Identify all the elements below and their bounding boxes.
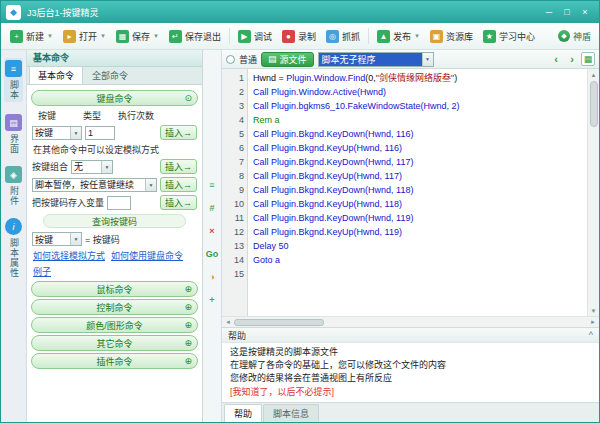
record-button[interactable]: ●录制: [277, 28, 321, 45]
code-line[interactable]: Call Plugin.bgkms6_10.FakeWindowState(Hw…: [253, 99, 587, 113]
maximize-button[interactable]: □: [558, 5, 576, 20]
plus-icon[interactable]: +: [209, 295, 214, 306]
brand[interactable]: ◆ 神盾: [558, 30, 595, 43]
code-line[interactable]: Rem a: [253, 113, 587, 127]
repeat-count-input[interactable]: [85, 126, 115, 140]
half-circle-icon[interactable]: ◑: [209, 272, 214, 283]
new-script-button[interactable]: +新建▼: [5, 28, 58, 45]
hash-icon[interactable]: #: [209, 203, 214, 214]
code-line[interactable]: Hwnd = Plugin.Window.Find(0,"剑侠情缘网络版叁"): [253, 71, 587, 85]
chevron-down-icon[interactable]: ▼: [70, 127, 81, 139]
save-button[interactable]: ▦保存▼: [111, 28, 164, 45]
minimize-button[interactable]: ─: [540, 5, 558, 20]
code-line[interactable]: Call Plugin.Bkgnd.KeyDown(Hwnd, 117): [253, 155, 587, 169]
rail-item-3[interactable]: i脚本属性: [5, 218, 22, 278]
code-line[interactable]: Goto a: [253, 253, 587, 267]
list-icon[interactable]: ≡: [209, 180, 214, 191]
expand-icon[interactable]: ⊕: [184, 338, 192, 348]
chevron-down-icon[interactable]: ▼: [101, 161, 112, 173]
publish-button[interactable]: ▲发布▼: [372, 28, 425, 45]
horizontal-scrollbar-thumb[interactable]: [234, 319, 324, 326]
debug-button[interactable]: ▶调试: [233, 28, 277, 45]
insert-pause-button[interactable]: 插入→: [160, 177, 197, 192]
chevron-down-icon[interactable]: ▼: [414, 33, 420, 39]
key-dropdown[interactable]: 按键▼: [32, 126, 82, 140]
collapse-chevron-icon[interactable]: ^: [589, 330, 593, 340]
resource-library-button[interactable]: ▣资源库: [425, 28, 478, 45]
horizontal-scrollbar[interactable]: ◄ ►: [222, 316, 599, 327]
link-example[interactable]: 例子: [33, 267, 51, 277]
chevron-down-icon[interactable]: ▼: [100, 33, 106, 39]
vertical-scrollbar[interactable]: ▲ ▼: [587, 69, 599, 316]
scroll-right-icon[interactable]: ►: [587, 319, 599, 325]
vertical-scrollbar-thumb[interactable]: [590, 81, 598, 127]
link-use-keyboard-commands[interactable]: 如何使用键盘命令: [111, 251, 183, 261]
code-line[interactable]: Call Plugin.Bkgnd.KeyDown(Hwnd, 116): [253, 127, 587, 141]
section-header-4[interactable]: 插件命令⊕: [31, 353, 198, 369]
bottom-tab-1[interactable]: 脚本信息: [263, 404, 319, 422]
open-file-button[interactable]: ▸打开▼: [58, 28, 111, 45]
code-line[interactable]: Call Plugin.Bkgnd.KeyUp(Hwnd, 116): [253, 141, 587, 155]
section-header-0[interactable]: 鼠标命令⊕: [31, 281, 198, 297]
rail-item-1[interactable]: ▤界面: [5, 114, 22, 154]
expand-icon[interactable]: ⊕: [184, 356, 192, 366]
section-header-3[interactable]: 其它命令⊕: [31, 335, 198, 351]
publish-icon: ▲: [377, 30, 390, 43]
close-button[interactable]: ×: [576, 5, 594, 20]
link-choose-simulation[interactable]: 如何选择模拟方式: [33, 251, 105, 261]
code-lines[interactable]: Hwnd = Plugin.Window.Find(0,"剑侠情缘网络版叁")C…: [248, 69, 587, 316]
chevron-down-icon[interactable]: ▼: [70, 233, 81, 245]
expand-icon[interactable]: ⊕: [184, 320, 192, 330]
chevron-down-icon[interactable]: ▼: [47, 33, 53, 39]
bottom-tab-0[interactable]: 帮助: [224, 404, 262, 422]
rail-item-0[interactable]: ≡脚本: [4, 58, 23, 102]
chevron-down-icon[interactable]: ▼: [145, 179, 156, 191]
delete-icon[interactable]: ×: [209, 226, 214, 237]
chevron-down-icon[interactable]: ▼: [153, 33, 159, 39]
nav-forward-button[interactable]: ›: [565, 52, 579, 66]
save-exit-button[interactable]: ↵保存退出: [164, 28, 226, 45]
tab-basic-commands[interactable]: 基本命令: [29, 66, 83, 84]
code-line[interactable]: Call Plugin.Window.Active(Hwnd): [253, 85, 587, 99]
code-line[interactable]: Delay 50: [253, 239, 587, 253]
code-editor[interactable]: 123456789101112131415 Hwnd = Plugin.Wind…: [222, 69, 599, 316]
code-line[interactable]: Call Plugin.Bkgnd.KeyUp(Hwnd, 117): [253, 169, 587, 183]
chevron-down-icon[interactable]: ▼: [422, 53, 433, 66]
insert-key-command-button[interactable]: 插入→: [160, 125, 197, 140]
section-header-1[interactable]: 控制命令⊕: [31, 299, 198, 315]
insert-store-button[interactable]: 插入→: [160, 195, 197, 210]
rail-item-2[interactable]: ◈附件: [5, 166, 22, 206]
scroll-left-icon[interactable]: ◄: [222, 319, 234, 325]
capture-button[interactable]: ◎抓抓: [321, 28, 365, 45]
code-line[interactable]: Call Plugin.Bkgnd.KeyUp(Hwnd, 118): [253, 197, 587, 211]
scroll-up-icon[interactable]: ▲: [588, 69, 599, 80]
code-line[interactable]: [253, 267, 587, 281]
save-exit-icon: ↵: [169, 30, 182, 43]
code-line[interactable]: Call Plugin.Bkgnd.KeyDown(Hwnd, 119): [253, 211, 587, 225]
key-combo-dropdown[interactable]: 无▼: [71, 160, 113, 174]
store-variable-input[interactable]: [107, 196, 131, 210]
go-icon[interactable]: Go: [206, 249, 219, 260]
normal-view-radio[interactable]: [226, 55, 235, 64]
source-view-button[interactable]: ▤ 源文件: [261, 52, 314, 67]
pause-dropdown[interactable]: 脚本暂停，按任意键继续▼: [32, 178, 157, 192]
grid-view-button[interactable]: ▦: [581, 52, 595, 66]
keyboard-section-header[interactable]: 键盘命令 ⊙: [31, 90, 198, 106]
insert-combo-button[interactable]: 插入→: [160, 159, 197, 174]
scroll-down-icon[interactable]: ▼: [588, 305, 599, 316]
learning-center-button[interactable]: ★学习中心: [478, 28, 540, 45]
query-key-dropdown[interactable]: 按键▼: [32, 232, 82, 246]
line-number: 14: [222, 253, 244, 267]
normal-view-label[interactable]: 普通: [239, 53, 257, 66]
dismiss-help-link[interactable]: [我知道了，以后不必提示]: [230, 386, 591, 399]
tab-all-commands[interactable]: 全部命令: [83, 66, 137, 84]
section-header-2[interactable]: 颜色/图形命令⊕: [31, 317, 198, 333]
code-line[interactable]: Call Plugin.Bkgnd.KeyUp(Hwnd, 119): [253, 225, 587, 239]
expand-icon[interactable]: ⊕: [184, 302, 192, 312]
nav-back-button[interactable]: ‹: [549, 52, 563, 66]
expand-icon[interactable]: ⊕: [184, 284, 192, 294]
collapse-icon[interactable]: ⊙: [184, 93, 192, 103]
subroutine-combobox[interactable]: 脚本无子程序 ▼: [318, 52, 434, 67]
code-line[interactable]: Call Plugin.Bkgnd.KeyDown(Hwnd, 118): [253, 183, 587, 197]
section-title: 控制命令: [96, 301, 132, 314]
